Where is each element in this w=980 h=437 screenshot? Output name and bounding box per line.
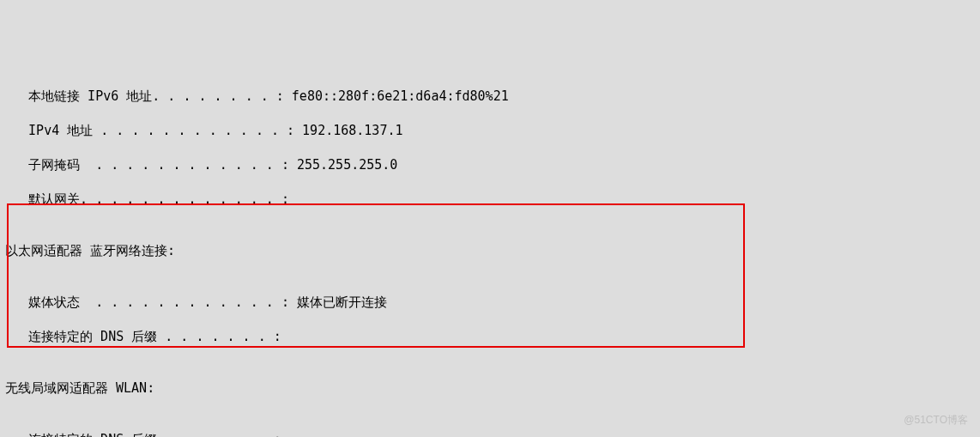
line-subnet-mask: 子网掩码 . . . . . . . . . . . . : 255.255.2… <box>5 156 975 173</box>
line-dns-suffix: 连接特定的 DNS 后缀 . . . . . . . : <box>5 431 975 437</box>
line-adapter-wlan: 无线局域网适配器 WLAN: <box>5 379 975 397</box>
line-ipv4-address: IPv4 地址 . . . . . . . . . . . . : 192.16… <box>5 122 975 139</box>
line-media-state: 媒体状态 . . . . . . . . . . . . : 媒体已断开连接 <box>5 294 975 311</box>
line-dns-suffix: 连接特定的 DNS 后缀 . . . . . . . : <box>5 328 975 345</box>
line-local-link-ipv6: 本地链接 IPv6 地址. . . . . . . . : fe80::280f… <box>5 88 975 105</box>
line-adapter-bluetooth: 以太网适配器 蓝牙网络连接: <box>5 242 975 259</box>
watermark: @51CTO博客 <box>904 411 968 428</box>
terminal-output[interactable]: 本地链接 IPv6 地址. . . . . . . . : fe80::280f… <box>5 70 975 437</box>
line-default-gateway: 默认网关. . . . . . . . . . . . . : <box>5 191 975 208</box>
